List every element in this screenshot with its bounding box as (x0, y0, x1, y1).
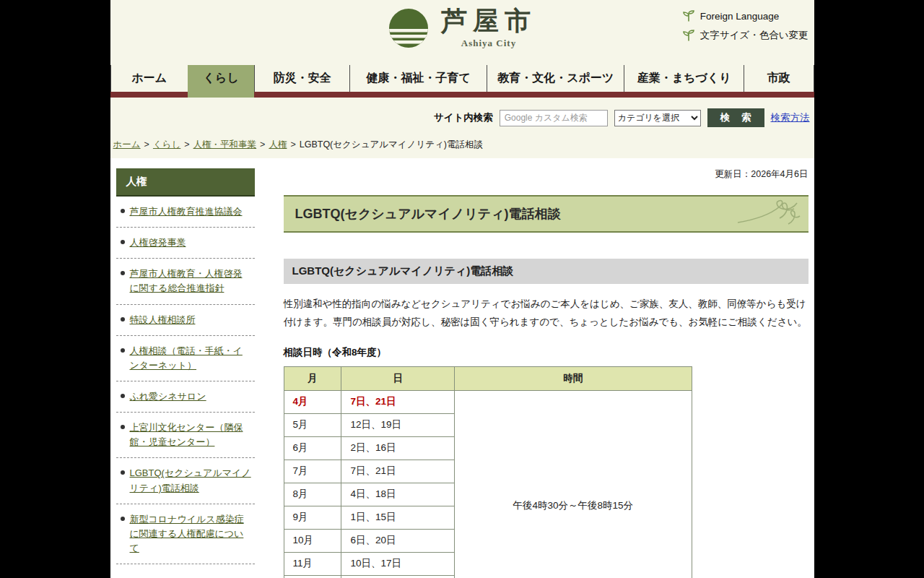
breadcrumb-separator: > (184, 139, 189, 150)
sidebar-item: LGBTQ(セクシュアルマイノリティ)電話相談 (116, 458, 255, 504)
days-cell: 4日、18日 (341, 483, 455, 506)
month-cell: 4月 (284, 390, 341, 413)
page: 芦屋市 Ashiya City Foreign Language 文字サイズ・色… (110, 0, 814, 578)
sidebar-link-kamimiyagawa-center[interactable]: 上宮川文化センター（隣保館・児童センター） (130, 422, 243, 447)
days-cell: 12日、19日 (341, 413, 455, 436)
sidebar-link-tokusetsu-soudan[interactable]: 特設人権相談所 (130, 314, 196, 325)
text-size-color-link[interactable]: 文字サイズ・色合い変更 (682, 29, 808, 42)
nav-tab-bousai[interactable]: 防災・安全 (254, 65, 349, 92)
site-search-bar: サイト内検索 カテゴリを選択 検 索 検索方法 (110, 98, 814, 133)
month-cell: 10月 (284, 529, 341, 552)
breadcrumb: ホーム>くらし>人権・平和事業>人権>LGBTQ(セクシュアルマイノリティ)電話… (110, 133, 814, 158)
month-cell: 5月 (284, 413, 341, 436)
search-help-link[interactable]: 検索方法 (771, 111, 810, 124)
sidebar-link-jinken-soudan[interactable]: 人権相談（電話・手紙・インターネット） (130, 345, 243, 371)
sidebar-item: ふれ愛シネサロン (116, 381, 255, 413)
breadcrumb-link-jinken[interactable]: 人権 (269, 139, 287, 150)
sidebar-item: 人権啓発事業 (116, 228, 255, 259)
column-header-month: 月 (284, 366, 341, 390)
foreign-language-label: Foreign Language (700, 11, 780, 22)
breadcrumb-separator: > (260, 139, 265, 150)
sidebar-item: 新型コロナウイルス感染症に関連する人権配慮について (116, 504, 255, 564)
sprout-icon (682, 30, 695, 41)
month-cell: 9月 (284, 506, 341, 529)
sidebar-title: 人権 (116, 168, 255, 197)
breadcrumb-separator: > (144, 139, 149, 150)
days-cell: 7日、21日 (341, 390, 455, 413)
breadcrumb-link-home[interactable]: ホーム (113, 139, 141, 150)
nav-tab-kyouiku[interactable]: 教育・文化・スポーツ (487, 65, 624, 92)
table-header-row: 月 日 時間 (284, 366, 692, 390)
sidebar-item: 芦屋市人権教育推進協議会 (116, 197, 255, 228)
sidebar-link-keihatsu[interactable]: 人権啓発事業 (130, 237, 186, 248)
updated-date: 更新日：2026年4月6日 (284, 168, 808, 181)
sidebar-item: 上宮川文化センター（隣保館・児童センター） (116, 413, 255, 458)
sidebar-link-cine-salon[interactable]: ふれ愛シネサロン (130, 391, 206, 402)
breadcrumb-separator: > (290, 139, 295, 150)
sidebar-item: 芦屋市人権教育・人権啓発に関する総合推進指針 (116, 259, 255, 304)
site-title-block: 芦屋市 Ashiya City (441, 7, 536, 49)
category-select[interactable]: カテゴリを選択 (614, 110, 701, 126)
sidebar-item: 特設人権相談所 (116, 305, 255, 336)
schedule-table: 月 日 時間 4月 7日、21日 午後4時30分～午後8時15分 5月 12日、… (284, 366, 692, 578)
search-button[interactable]: 検 索 (707, 108, 764, 127)
global-nav: ホーム くらし 防災・安全 健康・福祉・子育て 教育・文化・スポーツ 産業・まち… (110, 65, 814, 92)
breadcrumb-current: LGBTQ(セクシュアルマイノリティ)電話相談 (300, 139, 483, 150)
main-content: 更新日：2026年4月6日 LGBTQ(セクシュアルマイノリティ)電話相談 LG… (284, 168, 808, 578)
days-cell: 2日、16日 (341, 436, 455, 460)
column-header-days: 日 (341, 366, 455, 390)
days-cell: 10日、17日 (341, 552, 455, 575)
sprout-icon (682, 10, 695, 22)
nav-tab-home[interactable]: ホーム (110, 65, 188, 92)
flourish-icon (735, 198, 801, 230)
nav-tab-sangyou[interactable]: 産業・まちづくり (624, 65, 744, 92)
text-size-color-label: 文字サイズ・色合い変更 (700, 29, 808, 42)
days-cell: 7日、21日 (341, 460, 455, 483)
month-cell: 7月 (284, 460, 341, 483)
days-cell: 1日、15日 (341, 506, 455, 529)
site-name-en: Ashiya City (441, 38, 536, 49)
days-cell: 1日、15日 (341, 575, 455, 578)
site-search-label: サイト内検索 (434, 111, 493, 124)
schedule-label: 相談日時（令和8年度） (284, 346, 808, 359)
month-cell: 11月 (284, 552, 341, 575)
table-row: 4月 7日、21日 午後4時30分～午後8時15分 (284, 390, 692, 413)
section-title: LGBTQ(セクシュアルマイノリティ)電話相談 (284, 259, 808, 284)
intro-paragraph: 性別違和や性的指向の悩みなどセクシュアリティでお悩みのご本人をはじめ、ご家族、友… (284, 296, 808, 332)
page-title: LGBTQ(セクシュアルマイノリティ)電話相談 (284, 195, 808, 233)
sidebar: 人権 芦屋市人権教育推進協議会 人権啓発事業 芦屋市人権教育・人権啓発に関する総… (116, 168, 255, 564)
sidebar-list: 芦屋市人権教育推進協議会 人権啓発事業 芦屋市人権教育・人権啓発に関する総合推進… (116, 197, 255, 564)
breadcrumb-link-kurashi[interactable]: くらし (153, 139, 180, 150)
column-header-time: 時間 (455, 366, 692, 390)
time-cell: 午後4時30分～午後8時15分 (455, 390, 692, 578)
sidebar-link-covid-jinken[interactable]: 新型コロナウイルス感染症に関連する人権配慮について (130, 514, 244, 553)
month-cell: 8月 (284, 483, 341, 506)
header-utilities: Foreign Language 文字サイズ・色合い変更 (682, 10, 808, 42)
nav-tab-kenkou[interactable]: 健康・福祉・子育て (349, 65, 487, 92)
site-name: 芦屋市 (441, 7, 536, 36)
month-cell: 12月 (284, 575, 341, 578)
sidebar-link-lgbtq-soudan[interactable]: LGBTQ(セクシュアルマイノリティ)電話相談 (130, 467, 251, 493)
site-logo-area[interactable]: 芦屋市 Ashiya City (388, 7, 536, 49)
content-area: 人権 芦屋市人権教育推進協議会 人権啓発事業 芦屋市人権教育・人権啓発に関する総… (110, 158, 814, 578)
search-input[interactable] (500, 110, 608, 126)
ashiya-city-logo-icon (388, 7, 430, 49)
foreign-language-link[interactable]: Foreign Language (682, 10, 808, 22)
days-cell: 6日、20日 (341, 529, 455, 552)
site-header: 芦屋市 Ashiya City Foreign Language 文字サイズ・色… (110, 0, 814, 65)
page-title-text: LGBTQ(セクシュアルマイノリティ)電話相談 (295, 207, 561, 221)
nav-tab-kurashi[interactable]: くらし (188, 65, 255, 92)
month-cell: 6月 (284, 436, 341, 460)
sidebar-link-sougou-shishin[interactable]: 芦屋市人権教育・人権啓発に関する総合推進指針 (130, 268, 243, 293)
breadcrumb-link-jinken-heiwa[interactable]: 人権・平和事業 (193, 139, 257, 150)
nav-tab-shisei[interactable]: 市政 (744, 65, 814, 92)
sidebar-item: 人権相談（電話・手紙・インターネット） (116, 336, 255, 381)
sidebar-link-kyouiku-kyougikai[interactable]: 芦屋市人権教育推進協議会 (130, 206, 243, 217)
